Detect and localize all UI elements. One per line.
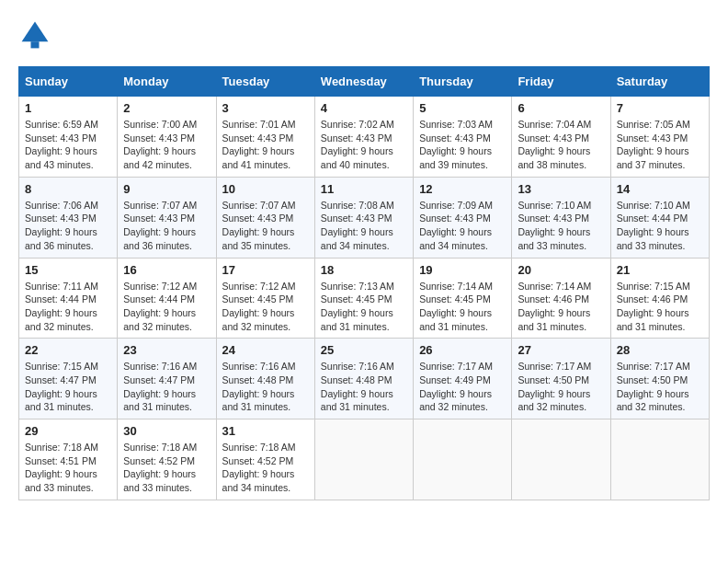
day-info: Sunrise: 7:03 AM Sunset: 4:43 PM Dayligh…: [419, 118, 506, 172]
day-cell: 22 Sunrise: 7:15 AM Sunset: 4:47 PM Dayl…: [19, 339, 118, 419]
day-number: 14: [617, 182, 703, 196]
day-number: 31: [222, 424, 309, 438]
column-headers-row: SundayMondayTuesdayWednesdayThursdayFrid…: [19, 67, 710, 97]
day-cell: [512, 419, 610, 500]
day-cell: 14 Sunrise: 7:10 AM Sunset: 4:44 PM Dayl…: [610, 177, 709, 258]
day-info: Sunrise: 7:11 AM Sunset: 4:44 PM Dayligh…: [25, 280, 111, 334]
day-number: 13: [518, 182, 604, 196]
day-info: Sunrise: 7:02 AM Sunset: 4:43 PM Dayligh…: [321, 118, 407, 172]
day-cell: 27 Sunrise: 7:17 AM Sunset: 4:50 PM Dayl…: [512, 339, 610, 419]
day-info: Sunrise: 7:18 AM Sunset: 4:52 PM Dayligh…: [222, 441, 309, 495]
day-info: Sunrise: 7:18 AM Sunset: 4:51 PM Dayligh…: [25, 441, 111, 495]
day-cell: 26 Sunrise: 7:17 AM Sunset: 4:49 PM Dayl…: [414, 339, 512, 419]
day-info: Sunrise: 7:14 AM Sunset: 4:45 PM Dayligh…: [419, 280, 506, 334]
col-header-saturday: Saturday: [610, 67, 709, 97]
day-cell: 9 Sunrise: 7:07 AM Sunset: 4:43 PM Dayli…: [118, 177, 216, 258]
day-cell: [610, 419, 709, 500]
day-info: Sunrise: 7:12 AM Sunset: 4:44 PM Dayligh…: [123, 280, 210, 334]
day-number: 1: [25, 101, 111, 115]
day-cell: 15 Sunrise: 7:11 AM Sunset: 4:44 PM Dayl…: [19, 258, 118, 339]
day-cell: [414, 419, 512, 500]
day-number: 24: [222, 343, 309, 357]
page-header: [18, 18, 710, 52]
day-cell: 30 Sunrise: 7:18 AM Sunset: 4:52 PM Dayl…: [118, 419, 216, 500]
day-cell: 1 Sunrise: 6:59 AM Sunset: 4:43 PM Dayli…: [19, 97, 118, 178]
week-row-1: 1 Sunrise: 6:59 AM Sunset: 4:43 PM Dayli…: [19, 97, 710, 178]
day-number: 22: [25, 343, 111, 357]
col-header-wednesday: Wednesday: [314, 67, 413, 97]
day-cell: 8 Sunrise: 7:06 AM Sunset: 4:43 PM Dayli…: [19, 177, 118, 258]
day-info: Sunrise: 7:07 AM Sunset: 4:43 PM Dayligh…: [123, 199, 210, 253]
day-cell: 28 Sunrise: 7:17 AM Sunset: 4:50 PM Dayl…: [610, 339, 709, 419]
week-row-3: 15 Sunrise: 7:11 AM Sunset: 4:44 PM Dayl…: [19, 258, 710, 339]
col-header-monday: Monday: [118, 67, 216, 97]
day-number: 21: [617, 263, 703, 277]
day-info: Sunrise: 7:07 AM Sunset: 4:43 PM Dayligh…: [222, 199, 309, 253]
day-number: 25: [321, 343, 407, 357]
col-header-tuesday: Tuesday: [216, 67, 314, 97]
day-number: 30: [123, 424, 210, 438]
day-number: 12: [419, 182, 506, 196]
day-cell: 16 Sunrise: 7:12 AM Sunset: 4:44 PM Dayl…: [118, 258, 216, 339]
day-info: Sunrise: 7:17 AM Sunset: 4:50 PM Dayligh…: [617, 360, 703, 414]
day-info: Sunrise: 7:05 AM Sunset: 4:43 PM Dayligh…: [617, 118, 703, 172]
day-cell: 25 Sunrise: 7:16 AM Sunset: 4:48 PM Dayl…: [314, 339, 413, 419]
day-cell: 18 Sunrise: 7:13 AM Sunset: 4:45 PM Dayl…: [314, 258, 413, 339]
day-number: 9: [123, 182, 210, 196]
week-row-5: 29 Sunrise: 7:18 AM Sunset: 4:51 PM Dayl…: [19, 419, 710, 500]
day-number: 16: [123, 263, 210, 277]
day-cell: 2 Sunrise: 7:00 AM Sunset: 4:43 PM Dayli…: [118, 97, 216, 178]
calendar-body: 1 Sunrise: 6:59 AM Sunset: 4:43 PM Dayli…: [19, 97, 710, 500]
week-row-2: 8 Sunrise: 7:06 AM Sunset: 4:43 PM Dayli…: [19, 177, 710, 258]
day-info: Sunrise: 7:16 AM Sunset: 4:48 PM Dayligh…: [321, 360, 407, 414]
day-cell: 17 Sunrise: 7:12 AM Sunset: 4:45 PM Dayl…: [216, 258, 314, 339]
day-cell: 13 Sunrise: 7:10 AM Sunset: 4:43 PM Dayl…: [512, 177, 610, 258]
day-number: 7: [617, 101, 703, 115]
day-info: Sunrise: 7:15 AM Sunset: 4:46 PM Dayligh…: [617, 280, 703, 334]
day-info: Sunrise: 7:09 AM Sunset: 4:43 PM Dayligh…: [419, 199, 506, 253]
logo: [18, 18, 57, 52]
day-number: 3: [222, 101, 309, 115]
day-number: 18: [321, 263, 407, 277]
col-header-thursday: Thursday: [414, 67, 512, 97]
day-cell: 12 Sunrise: 7:09 AM Sunset: 4:43 PM Dayl…: [414, 177, 512, 258]
day-cell: 24 Sunrise: 7:16 AM Sunset: 4:48 PM Dayl…: [216, 339, 314, 419]
day-number: 26: [419, 343, 506, 357]
day-cell: 23 Sunrise: 7:16 AM Sunset: 4:47 PM Dayl…: [118, 339, 216, 419]
day-number: 27: [518, 343, 604, 357]
svg-marker-0: [22, 22, 49, 42]
day-info: Sunrise: 7:17 AM Sunset: 4:49 PM Dayligh…: [419, 360, 506, 414]
day-info: Sunrise: 7:12 AM Sunset: 4:45 PM Dayligh…: [222, 280, 309, 334]
day-number: 20: [518, 263, 604, 277]
day-number: 28: [617, 343, 703, 357]
week-row-4: 22 Sunrise: 7:15 AM Sunset: 4:47 PM Dayl…: [19, 339, 710, 419]
day-info: Sunrise: 7:13 AM Sunset: 4:45 PM Dayligh…: [321, 280, 407, 334]
day-info: Sunrise: 7:04 AM Sunset: 4:43 PM Dayligh…: [518, 118, 604, 172]
day-cell: 10 Sunrise: 7:07 AM Sunset: 4:43 PM Dayl…: [216, 177, 314, 258]
day-number: 11: [321, 182, 407, 196]
day-info: Sunrise: 7:06 AM Sunset: 4:43 PM Dayligh…: [25, 199, 111, 253]
day-cell: 29 Sunrise: 7:18 AM Sunset: 4:51 PM Dayl…: [19, 419, 118, 500]
day-cell: 6 Sunrise: 7:04 AM Sunset: 4:43 PM Dayli…: [512, 97, 610, 178]
day-number: 29: [25, 424, 111, 438]
svg-rect-1: [31, 41, 40, 48]
day-info: Sunrise: 7:00 AM Sunset: 4:43 PM Dayligh…: [123, 118, 210, 172]
day-info: Sunrise: 7:14 AM Sunset: 4:46 PM Dayligh…: [518, 280, 604, 334]
day-cell: 7 Sunrise: 7:05 AM Sunset: 4:43 PM Dayli…: [610, 97, 709, 178]
day-cell: 5 Sunrise: 7:03 AM Sunset: 4:43 PM Dayli…: [414, 97, 512, 178]
day-number: 8: [25, 182, 111, 196]
day-info: Sunrise: 7:17 AM Sunset: 4:50 PM Dayligh…: [518, 360, 604, 414]
calendar-table: SundayMondayTuesdayWednesdayThursdayFrid…: [18, 66, 710, 500]
day-number: 4: [321, 101, 407, 115]
day-cell: [314, 419, 413, 500]
day-info: Sunrise: 7:16 AM Sunset: 4:48 PM Dayligh…: [222, 360, 309, 414]
day-number: 23: [123, 343, 210, 357]
col-header-sunday: Sunday: [19, 67, 118, 97]
day-info: Sunrise: 7:01 AM Sunset: 4:43 PM Dayligh…: [222, 118, 309, 172]
day-number: 19: [419, 263, 506, 277]
day-cell: 20 Sunrise: 7:14 AM Sunset: 4:46 PM Dayl…: [512, 258, 610, 339]
day-cell: 21 Sunrise: 7:15 AM Sunset: 4:46 PM Dayl…: [610, 258, 709, 339]
day-number: 5: [419, 101, 506, 115]
day-info: Sunrise: 7:15 AM Sunset: 4:47 PM Dayligh…: [25, 360, 111, 414]
day-number: 2: [123, 101, 210, 115]
